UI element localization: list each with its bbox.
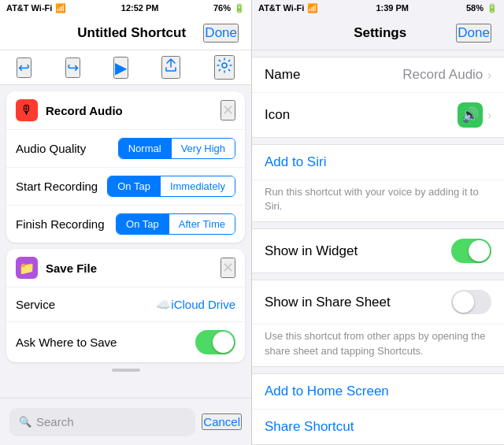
icon-row[interactable]: Icon 🔊 › bbox=[252, 93, 504, 137]
save-file-close[interactable]: ✕ bbox=[220, 258, 235, 278]
add-to-siri-button[interactable]: Add to Siri bbox=[265, 154, 326, 170]
cloud-icon: ☁️ bbox=[156, 298, 171, 312]
record-audio-close[interactable]: ✕ bbox=[220, 100, 235, 121]
siri-section: Add to Siri Run this shortcut with your … bbox=[252, 144, 504, 222]
share-button[interactable] bbox=[161, 56, 180, 79]
service-value[interactable]: ☁️ iCloud Drive bbox=[156, 298, 235, 312]
share-description: Use this shortcut from other apps by ope… bbox=[252, 324, 504, 365]
start-recording-segment[interactable]: On Tap Immediately bbox=[107, 176, 235, 197]
settings-button[interactable] bbox=[214, 55, 235, 80]
record-audio-icon: 🎙 bbox=[16, 99, 38, 121]
start-recording-row: Start Recording On Tap Immediately bbox=[6, 168, 245, 206]
icon-label: Icon bbox=[265, 107, 290, 123]
cancel-button[interactable]: Cancel bbox=[202, 413, 242, 430]
battery-icon-right: 🔋 bbox=[487, 3, 498, 13]
name-value: Record Audio bbox=[402, 67, 483, 83]
status-bar-left: AT&T Wi-Fi 📶 12:52 PM 76% 🔋 bbox=[0, 0, 251, 16]
show-share-label: Show in Share Sheet bbox=[265, 295, 391, 310]
share-sheet-section: Show in Share Sheet Use this shortcut fr… bbox=[252, 280, 504, 366]
bottom-bar: 🔍 Search Cancel bbox=[0, 398, 251, 445]
share-shortcut-row[interactable]: Share Shortcut bbox=[252, 410, 504, 444]
right-panel: AT&T Wi-Fi 📶 1:39 PM 58% 🔋 Settings Done… bbox=[252, 0, 504, 445]
done-button[interactable]: Done bbox=[203, 24, 239, 43]
record-audio-title: Record Audio bbox=[46, 104, 220, 117]
audio-quality-label: Audio Quality bbox=[16, 142, 86, 155]
ask-where-toggle[interactable] bbox=[195, 330, 235, 354]
service-label: Service bbox=[16, 298, 55, 311]
status-right-left: 76% 🔋 bbox=[213, 3, 245, 13]
on-tap-option-start[interactable]: On Tap bbox=[108, 176, 160, 196]
show-share-toggle[interactable] bbox=[451, 290, 491, 314]
settings-nav: Settings Done bbox=[252, 16, 504, 50]
save-file-title: Save File bbox=[46, 261, 220, 275]
very-high-option[interactable]: Very High bbox=[171, 139, 235, 158]
carrier-left: AT&T Wi-Fi bbox=[6, 3, 52, 13]
share-shortcut-label: Share Shortcut bbox=[265, 419, 354, 435]
svg-point-0 bbox=[222, 63, 227, 68]
after-time-option[interactable]: After Time bbox=[169, 214, 235, 234]
status-right-right: 58% 🔋 bbox=[466, 3, 498, 13]
add-home-row[interactable]: Add to Home Screen bbox=[252, 374, 504, 410]
finish-recording-segment[interactable]: On Tap After Time bbox=[116, 213, 235, 235]
record-audio-header: 🎙 Record Audio ✕ bbox=[6, 91, 245, 130]
name-value-group: Record Audio › bbox=[402, 67, 491, 83]
normal-option[interactable]: Normal bbox=[119, 139, 171, 158]
drag-handle bbox=[112, 369, 140, 372]
icon-chevron: › bbox=[487, 109, 491, 121]
search-field[interactable]: 🔍 Search bbox=[9, 408, 195, 436]
icon-preview: 🔊 bbox=[458, 102, 483, 128]
home-share-section: Add to Home Screen Share Shortcut bbox=[252, 373, 504, 445]
carrier-right: AT&T Wi-Fi bbox=[258, 3, 304, 13]
search-placeholder: Search bbox=[36, 415, 74, 428]
audio-quality-segment[interactable]: Normal Very High bbox=[118, 138, 235, 159]
name-label: Name bbox=[265, 67, 300, 83]
content-area: 🎙 Record Audio ✕ Audio Quality Normal Ve… bbox=[0, 85, 251, 398]
service-row: Service ☁️ iCloud Drive bbox=[6, 287, 245, 322]
name-icon-section: Name Record Audio › Icon 🔊 › bbox=[252, 57, 504, 138]
undo-button[interactable]: ↩ bbox=[17, 57, 32, 78]
search-icon: 🔍 bbox=[19, 416, 32, 428]
add-home-label: Add to Home Screen bbox=[265, 384, 389, 399]
time-right: 1:39 PM bbox=[376, 3, 409, 13]
battery-left: 76% bbox=[213, 3, 231, 13]
record-audio-card: 🎙 Record Audio ✕ Audio Quality Normal Ve… bbox=[6, 91, 245, 243]
settings-title: Settings bbox=[354, 25, 406, 41]
ask-where-label: Ask Where to Save bbox=[16, 336, 117, 349]
icloud-drive-text: iCloud Drive bbox=[171, 298, 235, 311]
battery-icon-left: 🔋 bbox=[234, 3, 245, 13]
show-widget-toggle[interactable] bbox=[451, 239, 491, 263]
audio-quality-row: Audio Quality Normal Very High bbox=[6, 130, 245, 168]
on-tap-option-finish[interactable]: On Tap bbox=[117, 214, 169, 234]
wifi-icon-right: 📶 bbox=[307, 3, 318, 13]
settings-content: Name Record Audio › Icon 🔊 › Add to Siri… bbox=[252, 50, 504, 445]
settings-done-button[interactable]: Done bbox=[456, 24, 491, 43]
finish-recording-label: Finish Recording bbox=[16, 217, 105, 231]
show-widget-row: Show in Widget bbox=[252, 229, 504, 273]
save-file-icon: 📁 bbox=[16, 257, 38, 279]
save-file-card: 📁 Save File ✕ Service ☁️ iCloud Drive As… bbox=[6, 249, 245, 362]
play-button[interactable]: ▶ bbox=[113, 57, 128, 79]
time-left: 12:52 PM bbox=[121, 3, 159, 13]
wifi-icon: 📶 bbox=[55, 3, 66, 13]
left-panel: AT&T Wi-Fi 📶 12:52 PM 76% 🔋 Untitled Sho… bbox=[0, 0, 252, 445]
start-recording-label: Start Recording bbox=[16, 180, 98, 193]
status-left: AT&T Wi-Fi 📶 bbox=[6, 3, 66, 13]
battery-right: 58% bbox=[466, 3, 484, 13]
show-share-row: Show in Share Sheet bbox=[252, 280, 504, 324]
widget-section: Show in Widget bbox=[252, 228, 504, 273]
show-widget-label: Show in Widget bbox=[265, 243, 358, 259]
redo-button[interactable]: ↪ bbox=[65, 57, 80, 78]
toolbar: ↩ ↪ ▶ bbox=[0, 50, 251, 85]
save-file-header: 📁 Save File ✕ bbox=[6, 249, 245, 287]
page-title: Untitled Shortcut bbox=[77, 25, 186, 41]
status-bar-right: AT&T Wi-Fi 📶 1:39 PM 58% 🔋 bbox=[252, 0, 504, 16]
finish-recording-row: Finish Recording On Tap After Time bbox=[6, 206, 245, 243]
status-left-right: AT&T Wi-Fi 📶 bbox=[258, 3, 318, 13]
name-chevron: › bbox=[487, 69, 491, 81]
name-row[interactable]: Name Record Audio › bbox=[252, 57, 504, 93]
siri-description: Run this shortcut with your voice by add… bbox=[252, 180, 504, 221]
icon-value-group: 🔊 › bbox=[458, 102, 491, 128]
nav-bar-left: Untitled Shortcut Done bbox=[0, 16, 251, 50]
immediately-option[interactable]: Immediately bbox=[160, 176, 235, 196]
ask-where-row: Ask Where to Save bbox=[6, 322, 245, 362]
